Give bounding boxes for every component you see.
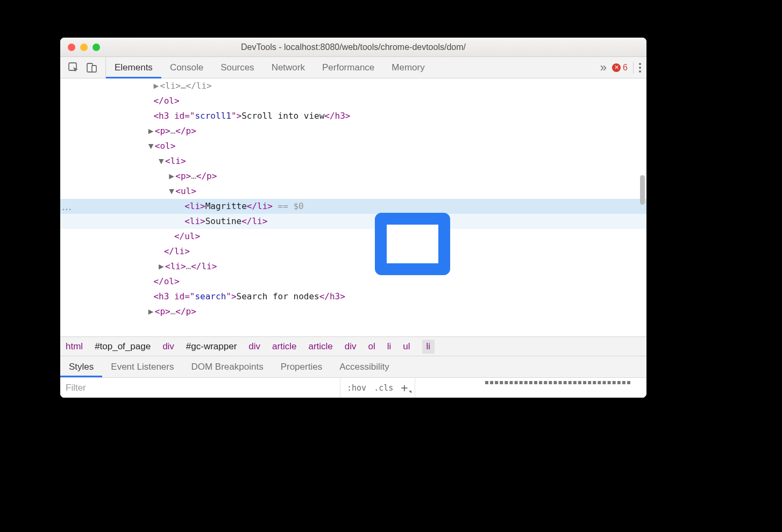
- annotation-highlight-box: [375, 213, 450, 275]
- inspect-element-icon[interactable]: [68, 62, 80, 74]
- error-count-badge[interactable]: ✕ 6: [612, 63, 628, 73]
- subtab-properties[interactable]: Properties: [272, 356, 331, 377]
- tab-memory[interactable]: Memory: [383, 57, 433, 78]
- main-toolbar: Elements Console Sources Network Perform…: [60, 57, 646, 78]
- more-tabs-button[interactable]: »: [600, 61, 607, 75]
- dom-breadcrumbs: html #top_of_page div #gc-wrapper div ar…: [60, 336, 646, 356]
- toggle-hov-button[interactable]: :hov: [347, 383, 366, 393]
- tab-console[interactable]: Console: [161, 57, 212, 78]
- crumb-article-1[interactable]: article: [272, 341, 296, 352]
- box-model-dashed-border: [485, 381, 630, 384]
- titlebar: DevTools - localhost:8080/web/tools/chro…: [60, 38, 646, 57]
- selected-node-row[interactable]: … <li>Magritte</li> == $0: [60, 199, 646, 214]
- error-icon: ✕: [612, 63, 621, 72]
- panel-tabs: Elements Console Sources Network Perform…: [106, 57, 433, 78]
- crumb-gc-wrapper[interactable]: #gc-wrapper: [186, 341, 237, 352]
- subtab-accessibility[interactable]: Accessibility: [331, 356, 398, 377]
- tab-performance[interactable]: Performance: [314, 57, 383, 78]
- device-mode-icon[interactable]: [86, 62, 98, 74]
- styles-panel-tabs: Styles Event Listeners DOM Breakpoints P…: [60, 356, 646, 377]
- dom-tree[interactable]: ▶<li>…</li> </ol> <h3 id="scroll1">Scrol…: [60, 78, 646, 319]
- separator: [633, 62, 634, 74]
- tab-network[interactable]: Network: [263, 57, 314, 78]
- crumb-ul[interactable]: ul: [403, 341, 410, 352]
- selection-actions-icon[interactable]: …: [61, 199, 73, 214]
- subtab-event-listeners[interactable]: Event Listeners: [102, 356, 182, 377]
- crumb-div-2[interactable]: div: [248, 341, 260, 352]
- crumb-li-selected[interactable]: li: [422, 340, 435, 354]
- crumb-div-1[interactable]: div: [162, 341, 174, 352]
- subtab-styles[interactable]: Styles: [60, 356, 102, 377]
- settings-menu-icon[interactable]: [639, 63, 641, 73]
- box-model-preview: [415, 378, 647, 398]
- window-title: DevTools - localhost:8080/web/tools/chro…: [60, 42, 646, 52]
- toggle-cls-button[interactable]: .cls: [374, 383, 393, 393]
- subtab-dom-breakpoints[interactable]: DOM Breakpoints: [182, 356, 272, 377]
- hovered-node-row[interactable]: <li>Soutine</li>: [60, 214, 646, 229]
- new-style-rule-button[interactable]: +: [401, 381, 408, 394]
- crumb-article-2[interactable]: article: [308, 341, 332, 352]
- crumb-div-3[interactable]: div: [345, 341, 357, 352]
- crumb-li-1[interactable]: li: [387, 341, 392, 352]
- crumb-ol[interactable]: ol: [368, 341, 375, 352]
- vertical-scrollbar-thumb[interactable]: [640, 175, 645, 205]
- svg-rect-2: [92, 66, 96, 72]
- styles-filter-bar: :hov .cls +: [60, 377, 646, 398]
- tab-sources[interactable]: Sources: [212, 57, 262, 78]
- crumb-top-of-page[interactable]: #top_of_page: [95, 341, 151, 352]
- styles-filter-input[interactable]: [60, 378, 340, 398]
- tab-elements[interactable]: Elements: [106, 57, 161, 78]
- elements-panel: ▶<li>…</li> </ol> <h3 id="scroll1">Scrol…: [60, 78, 646, 336]
- crumb-html[interactable]: html: [66, 341, 83, 352]
- devtools-window: DevTools - localhost:8080/web/tools/chro…: [60, 38, 646, 398]
- error-count: 6: [623, 63, 628, 73]
